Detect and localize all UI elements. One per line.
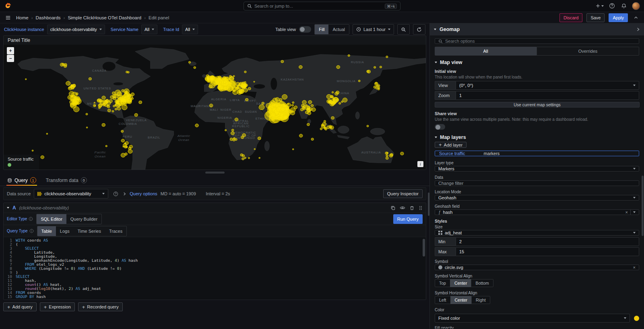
view-select[interactable]: (0°, 0°) <box>456 81 639 90</box>
map-marker[interactable] <box>121 139 125 142</box>
map-marker[interactable] <box>254 81 255 83</box>
map-marker[interactable] <box>302 100 307 104</box>
map-marker[interactable] <box>311 104 314 107</box>
map-marker[interactable] <box>287 103 291 107</box>
query-type-table[interactable]: Table <box>37 226 56 236</box>
map-marker[interactable] <box>248 87 251 90</box>
tab-transform-data[interactable]: Transform data 0 <box>42 175 91 186</box>
map-marker[interactable] <box>112 92 116 95</box>
map-marker[interactable] <box>122 105 127 110</box>
sidebar-scrollbar[interactable] <box>642 176 644 236</box>
table-view-toggle[interactable] <box>299 26 311 33</box>
save-button[interactable]: Save <box>586 13 605 22</box>
map-marker[interactable] <box>241 136 244 139</box>
map-marker[interactable] <box>305 104 307 106</box>
grafana-logo-icon[interactable] <box>4 2 12 10</box>
map-marker[interactable] <box>386 157 388 159</box>
map-marker[interactable] <box>283 115 287 120</box>
map-marker[interactable] <box>74 107 79 112</box>
map-marker[interactable] <box>400 152 404 155</box>
layer-name[interactable]: Source traffic <box>439 151 465 156</box>
map-marker[interactable] <box>386 155 388 157</box>
map-attribution-button[interactable]: i <box>417 161 423 167</box>
map-marker[interactable] <box>89 77 91 80</box>
map-marker[interactable] <box>102 103 105 106</box>
map-marker[interactable] <box>262 102 264 104</box>
map-marker[interactable] <box>233 90 238 95</box>
color-swatch[interactable] <box>634 316 639 321</box>
map-marker[interactable] <box>259 105 264 110</box>
map-marker[interactable] <box>41 155 44 159</box>
breadcrumb-dashboards[interactable]: Dashboards <box>36 15 61 20</box>
map-marker[interactable] <box>107 109 111 112</box>
map-marker[interactable] <box>390 153 393 156</box>
query-type-time-series[interactable]: Time Series <box>74 226 105 236</box>
actual-button[interactable]: Actual <box>328 25 349 34</box>
size-field-select[interactable]: adj_heat <box>435 230 639 236</box>
time-range-picker[interactable]: Last 1 hour <box>353 24 394 35</box>
sql-editor-button[interactable]: SQL Editor <box>37 214 66 224</box>
query-header[interactable]: A (clickhouse-observability) <box>4 203 426 213</box>
map-marker[interactable] <box>115 90 121 95</box>
datasource-help-button[interactable] <box>111 189 120 198</box>
map-marker[interactable] <box>378 88 380 90</box>
map-marker[interactable] <box>232 87 234 89</box>
map-marker[interactable] <box>244 71 246 73</box>
map-marker[interactable] <box>102 123 105 126</box>
map-marker[interactable] <box>231 132 234 135</box>
map-marker[interactable] <box>320 128 322 130</box>
map-marker[interactable] <box>329 125 332 128</box>
map-marker[interactable] <box>271 118 275 121</box>
map-marker[interactable] <box>259 157 260 158</box>
valign-center[interactable]: Center <box>450 279 472 287</box>
halign-left[interactable]: Left <box>435 296 451 304</box>
map-marker[interactable] <box>299 134 303 137</box>
search-bar[interactable]: Search or jump to... ⌘+k <box>244 2 400 10</box>
map-marker[interactable] <box>94 102 95 103</box>
map-marker[interactable] <box>386 56 388 58</box>
resize-grip[interactable] <box>205 172 225 174</box>
collapse-options-button[interactable] <box>632 13 640 22</box>
hide-response-eye-icon[interactable] <box>400 205 405 211</box>
panel-title[interactable]: Panel Title <box>4 36 426 45</box>
variable-value-dropdown[interactable]: All <box>182 25 198 34</box>
layer-type-select[interactable]: Markers <box>435 166 639 172</box>
map-marker[interactable] <box>221 83 224 86</box>
section-map-view[interactable]: Map view <box>430 56 644 67</box>
map-marker[interactable] <box>312 108 316 111</box>
remove-query-trash-icon[interactable] <box>409 205 415 211</box>
geomap-canvas[interactable]: RUSSIACANADAUNITED STATESKAZAKHSTANMONGO… <box>4 45 426 170</box>
map-marker[interactable] <box>325 128 327 130</box>
discard-button[interactable]: Discard <box>559 13 582 22</box>
variable-value-dropdown[interactable]: clickhouse-observability <box>47 25 105 34</box>
code-scrollbar[interactable] <box>423 239 425 257</box>
map-marker[interactable] <box>324 120 326 122</box>
query-inspector-button[interactable]: Query Inspector <box>383 189 423 198</box>
map-marker[interactable] <box>335 92 339 95</box>
map-marker[interactable] <box>311 138 314 141</box>
map-marker[interactable] <box>233 75 235 77</box>
map-marker[interactable] <box>299 65 303 68</box>
map-marker[interactable] <box>273 113 275 114</box>
map-marker[interactable] <box>231 129 234 131</box>
map-marker[interactable] <box>32 150 33 151</box>
map-marker[interactable] <box>210 77 214 81</box>
map-marker[interactable] <box>231 81 236 85</box>
map-marker[interactable] <box>95 105 96 106</box>
refresh-button[interactable] <box>413 24 425 35</box>
map-marker[interactable] <box>131 97 133 99</box>
query-options-toggle[interactable]: Query options <box>130 191 157 196</box>
map-marker[interactable] <box>300 108 303 111</box>
breadcrumb-dashboard-name[interactable]: Simple ClickHouse OTel Dashboard <box>68 15 141 20</box>
map-marker[interactable] <box>307 123 310 126</box>
map-marker[interactable] <box>291 104 293 106</box>
map-marker[interactable] <box>66 81 70 85</box>
mega-menu-button[interactable] <box>4 13 12 22</box>
map-marker[interactable] <box>72 99 75 102</box>
map-marker[interactable] <box>289 110 292 113</box>
map-marker[interactable] <box>129 145 132 148</box>
map-marker[interactable] <box>195 124 199 127</box>
map-marker[interactable] <box>214 79 220 85</box>
map-marker[interactable] <box>281 107 285 112</box>
zoom-input[interactable]: 1 <box>456 91 639 100</box>
